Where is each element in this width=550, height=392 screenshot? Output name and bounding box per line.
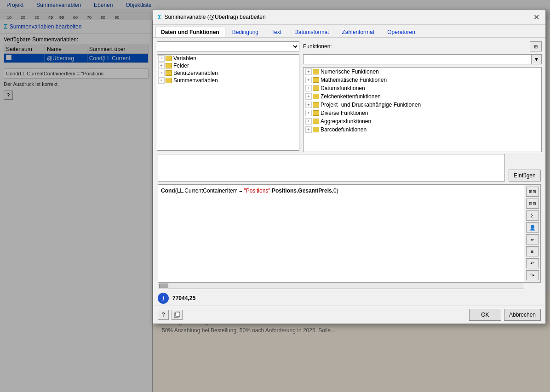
folder-variablen-icon — [166, 56, 172, 61]
left-tree-panel: + Variablen + Felder + Benutzervariablen… — [157, 41, 299, 152]
exp-aggregat[interactable]: + — [305, 118, 312, 125]
tree-dropdown-row — [157, 41, 299, 51]
func-header: Funktionen: ⊞ — [303, 41, 542, 51]
modal-title: Σ Summenvariable (@Übertrag) bearbeiten — [158, 13, 266, 21]
folder-felder-icon — [166, 63, 172, 68]
folder-benutzer-icon — [166, 70, 172, 76]
side-btn-person[interactable]: 👤 — [526, 222, 539, 233]
scrollbar-thumb[interactable] — [159, 284, 168, 288]
tab-text[interactable]: Text — [265, 27, 287, 37]
tab-operatoren[interactable]: Operatoren — [381, 27, 421, 37]
expr-op: = — [238, 187, 244, 194]
side-btn-undo[interactable]: ↶ — [526, 258, 539, 268]
expr-bold-arg: Positions.GesamtPreis — [272, 187, 332, 194]
ok-button[interactable]: OK — [469, 309, 501, 321]
footer-help-btn[interactable]: ? — [158, 310, 169, 320]
func-grid-btn[interactable]: ⊞ — [530, 41, 542, 51]
footer-right: OK Abbrechen — [469, 309, 541, 321]
folder-summen-icon — [166, 78, 172, 83]
copy-icon — [174, 312, 180, 318]
right-func-panel: Funktionen: ⊞ ▼ + Numerische Funktionen … — [303, 41, 542, 152]
func-search-row: ▼ — [303, 54, 542, 64]
side-btn-1[interactable]: ⊞⊞ — [526, 187, 539, 197]
side-btn-2[interactable]: ⊟⊟ — [526, 199, 539, 209]
textarea-row: Einfügen — [153, 154, 545, 184]
expr-last: ,0) — [332, 187, 338, 194]
expr-arg1: LL.CurrentContainerItem — [177, 187, 238, 194]
tree-dropdown[interactable] — [157, 41, 299, 51]
exp-barcode[interactable]: + — [305, 126, 312, 133]
tab-daten-funktionen[interactable]: Daten und Funktionen — [155, 27, 225, 37]
modal-sigma-icon: Σ — [158, 13, 161, 21]
folder-zeichen-icon — [313, 94, 319, 99]
func-item-datum[interactable]: + Datumsfunktionen — [304, 84, 541, 92]
func-search-input[interactable] — [303, 54, 532, 64]
modal-close-btn[interactable]: ✕ — [532, 12, 541, 22]
folder-aggregat-icon — [313, 119, 319, 124]
expression-area[interactable]: Cond(LL.CurrentContainerItem = "Position… — [158, 184, 524, 283]
expr-func: Cond — [161, 187, 175, 194]
side-btn-sigma[interactable]: Σ — [526, 210, 539, 221]
func-item-aggregat[interactable]: + Aggregatsfunktionen — [304, 117, 541, 125]
tree-item-felder[interactable]: + Felder — [157, 62, 299, 69]
func-item-numerisch[interactable]: + Numerische Funktionen — [304, 68, 541, 76]
side-btn-align[interactable]: ≡ — [526, 246, 539, 256]
side-btn-indent[interactable]: ⇤ — [526, 234, 539, 244]
modal-main-body: + Variablen + Felder + Benutzervariablen… — [153, 38, 545, 154]
tab-zahlenformat[interactable]: Zahlenformat — [336, 27, 380, 37]
tree-item-variablen[interactable]: + Variablen — [157, 55, 299, 62]
status-row: i 77044,25 — [153, 291, 545, 306]
tree-item-benutzervariablen[interactable]: + Benutzervariablen — [157, 69, 299, 77]
side-btn-redo[interactable]: ↷ — [526, 270, 539, 280]
func-tree: + Numerische Funktionen + Mathematische … — [303, 67, 542, 152]
func-item-barcode[interactable]: + Barcodefunktionen — [304, 125, 541, 134]
func-item-mathematisch[interactable]: + Mathematische Funktionen — [304, 76, 541, 84]
footer-copy-btn[interactable] — [172, 310, 183, 320]
tree-item-summenvariablen[interactable]: + Summenvariablen — [157, 77, 299, 84]
footer-left: ? — [158, 310, 183, 320]
variables-tree: + Variablen + Felder + Benutzervariablen… — [157, 54, 299, 151]
exp-diverse[interactable]: + — [305, 110, 312, 116]
folder-barcode-icon — [313, 127, 319, 132]
folder-numerisch-icon — [313, 69, 319, 74]
exp-datum[interactable]: + — [305, 85, 312, 91]
exp-projekt[interactable]: + — [305, 102, 312, 108]
expand-felder[interactable]: + — [158, 62, 165, 69]
insert-button[interactable]: Einfügen — [509, 170, 541, 182]
folder-datum-icon — [313, 85, 319, 91]
func-item-projekt[interactable]: + Projekt- und Druckabhängige Funktionen — [304, 101, 541, 109]
tab-datumsformat[interactable]: Datumsformat — [288, 27, 335, 37]
expression-container: Cond(LL.CurrentContainerItem = "Position… — [158, 184, 541, 289]
svg-rect-1 — [176, 312, 180, 317]
exp-zeichen[interactable]: + — [305, 93, 312, 100]
func-search-dropdown[interactable]: ▼ — [532, 54, 542, 64]
func-item-zeichenkette[interactable]: + Zeichenkettenfunktionen — [304, 92, 541, 101]
tab-bedingung[interactable]: Bedingung — [226, 27, 264, 37]
func-label: Funktionen: — [303, 43, 332, 50]
expand-benutzer[interactable]: + — [158, 70, 165, 76]
modal-footer: ? OK Abbrechen — [153, 306, 545, 324]
folder-diverse-icon — [313, 110, 319, 116]
side-toolbar: ⊞⊞ ⊟⊟ Σ 👤 ⇤ ≡ ↶ ↷ — [524, 184, 541, 283]
exp-math[interactable]: + — [305, 77, 312, 83]
info-icon: i — [158, 293, 169, 304]
expr-input[interactable] — [158, 154, 505, 182]
folder-projekt-icon — [313, 102, 319, 108]
modal-title-text: Summenvariable (@Übertrag) bearbeiten — [164, 14, 265, 20]
exp-numerisch[interactable]: + — [305, 68, 312, 75]
expr-and-toolbar: Cond(LL.CurrentContainerItem = "Position… — [158, 184, 541, 283]
expand-variablen[interactable]: + — [158, 55, 165, 62]
status-value: 77044,25 — [172, 295, 195, 301]
expand-summen[interactable]: + — [158, 77, 165, 84]
modal-titlebar: Σ Summenvariable (@Übertrag) bearbeiten … — [153, 10, 545, 25]
modal-tabs: Daten und Funktionen Bedingung Text Datu… — [153, 25, 545, 38]
func-item-diverse[interactable]: + Diverse Funktionen — [304, 109, 541, 117]
cancel-button[interactable]: Abbrechen — [504, 309, 541, 321]
modal-dialog: Σ Summenvariable (@Übertrag) bearbeiten … — [153, 9, 546, 324]
expr-str: "Positions" — [244, 187, 270, 194]
expr-scrollbar[interactable] — [158, 283, 524, 289]
folder-math-icon — [313, 77, 319, 83]
